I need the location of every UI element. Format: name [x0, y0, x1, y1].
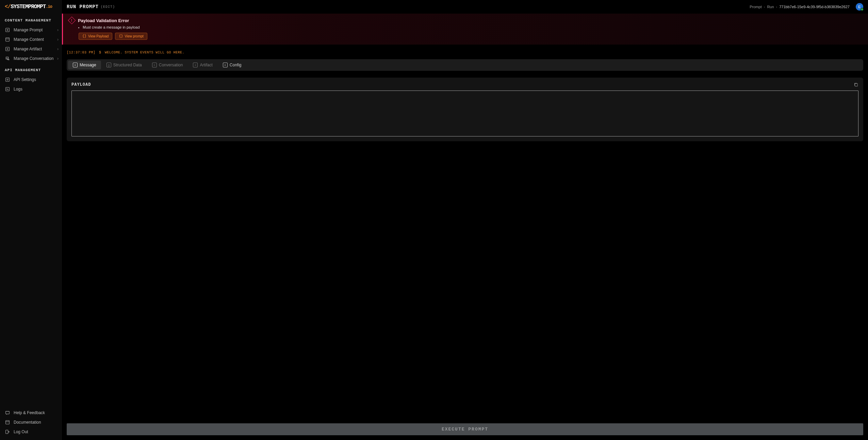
tab-label: Conversation — [159, 63, 183, 67]
conversation-icon: ≡ — [152, 63, 157, 67]
payload-title: PAYLOAD — [71, 82, 91, 87]
svg-point-4 — [7, 79, 8, 80]
copy-icon[interactable] — [854, 82, 858, 87]
sidebar-item-label: Manage Prompt — [14, 28, 43, 32]
content-area: [12:37:03 PM] $ WELCOME. SYSTEM EVENTS W… — [62, 45, 868, 423]
help-icon — [5, 410, 10, 415]
sidebar-item-manage-prompt[interactable]: Manage Prompt › — [0, 25, 62, 35]
error-list: Must create a message in payload — [83, 25, 862, 29]
sidebar-item-logs[interactable]: Logs — [0, 84, 62, 94]
message-tab-icon: ≡ — [73, 63, 78, 67]
avatar[interactable]: E — [856, 3, 863, 11]
view-prompt-button[interactable]: {} View prompt — [115, 33, 147, 40]
brand-suffix: .io — [46, 4, 52, 9]
config-icon: ≡ — [223, 63, 228, 67]
logout-icon — [5, 429, 10, 435]
add-square-icon — [5, 27, 10, 33]
execute-prompt-button[interactable]: EXECUTE PROMPT — [67, 423, 863, 435]
chevron-right-icon: › — [57, 56, 59, 61]
event-dollar: $ — [99, 51, 101, 54]
settings-icon — [5, 77, 10, 82]
tab-label: Config — [230, 63, 242, 67]
svg-rect-7 — [6, 421, 10, 424]
svg-rect-1 — [6, 38, 10, 42]
sidebar-item-help[interactable]: Help & Feedback — [0, 408, 62, 418]
sidebar-item-label: Log Out — [14, 429, 28, 434]
sidebar-item-manage-artifact[interactable]: Manage Artifact › — [0, 44, 62, 54]
event-timestamp: [12:37:03 PM] — [67, 51, 96, 54]
tab-label: Structured Data — [113, 63, 142, 67]
event-message: WELCOME. SYSTEM EVENTS WILL GO HERE. — [105, 51, 184, 54]
main-column: RUN PROMPT (EDIT) Prompt › Run › 771bb7e… — [62, 0, 868, 440]
tabs: ≡ Message {} Structured Data ≡ Conversat… — [67, 59, 863, 71]
brand-prefix: </ — [5, 4, 11, 10]
brand-name: SYSTEMPROMPT — [11, 4, 46, 10]
app-root: </ SYSTEMPROMPT .io CONTENT MANAGEMENT M… — [0, 0, 868, 440]
breadcrumb-seg-0[interactable]: Prompt — [750, 5, 761, 9]
sidebar-item-label: Manage Conversation — [14, 56, 53, 61]
chevron-right-icon: › — [57, 47, 59, 51]
button-label: View prompt — [125, 34, 143, 38]
chevron-right-icon: › — [57, 37, 59, 42]
tab-label: Artifact — [200, 63, 212, 67]
chevron-right-icon: › — [57, 28, 59, 32]
tab-message[interactable]: ≡ Message — [68, 61, 101, 69]
svg-rect-9 — [855, 84, 858, 86]
chevron-right-icon: › — [776, 5, 777, 9]
content-icon — [5, 37, 10, 42]
svg-rect-8 — [6, 430, 8, 434]
breadcrumb-seg-2: 771bb7e6-15e9-4c39-9f5d-b383839e2627 — [779, 5, 850, 9]
sidebar-item-label: Documentation — [14, 420, 41, 425]
topbar: RUN PROMPT (EDIT) Prompt › Run › 771bb7e… — [62, 0, 868, 14]
sidebar-item-label: Manage Content — [14, 37, 44, 42]
svg-rect-6 — [6, 411, 10, 414]
logs-icon — [5, 86, 10, 92]
chevron-right-icon: › — [764, 5, 765, 9]
view-payload-button[interactable]: {} View Payload — [79, 33, 112, 40]
payload-editor[interactable] — [71, 91, 858, 136]
error-banner: ! Payload Validation Error Must create a… — [62, 14, 868, 45]
error-title: Payload Validation Error — [78, 18, 129, 23]
add-square-icon — [5, 46, 10, 52]
artifact-icon: ≡ — [193, 63, 198, 67]
tab-config[interactable]: ≡ Config — [218, 61, 246, 69]
avatar-initial: E — [858, 5, 861, 9]
sidebar-section-api-management: API MANAGEMENT — [0, 63, 62, 75]
error-header: ! Payload Validation Error — [69, 18, 862, 23]
execute-label: EXECUTE PROMPT — [442, 427, 488, 432]
button-label: View Payload — [88, 34, 109, 38]
tab-artifact[interactable]: ≡ Artifact — [188, 61, 217, 69]
svg-rect-5 — [6, 87, 10, 91]
braces-icon: {} — [82, 34, 86, 38]
tab-structured-data[interactable]: {} Structured Data — [102, 61, 147, 69]
sidebar-item-label: Manage Artifact — [14, 47, 42, 51]
sidebar-item-api-settings[interactable]: API Settings — [0, 75, 62, 84]
edit-link[interactable]: (EDIT) — [101, 5, 115, 9]
sidebar-item-manage-content[interactable]: Manage Content › — [0, 35, 62, 44]
sidebar: </ SYSTEMPROMPT .io CONTENT MANAGEMENT M… — [0, 0, 62, 440]
sidebar-item-label: API Settings — [14, 77, 36, 82]
sidebar-item-logout[interactable]: Log Out — [0, 427, 62, 437]
event-log: [12:37:03 PM] $ WELCOME. SYSTEM EVENTS W… — [67, 51, 863, 54]
svg-rect-3 — [6, 78, 10, 82]
error-diamond-icon: ! — [68, 17, 76, 25]
sidebar-item-label: Help & Feedback — [14, 410, 45, 415]
page-title: RUN PROMPT — [67, 4, 99, 10]
sidebar-item-documentation[interactable]: Documentation — [0, 418, 62, 427]
braces-icon: {} — [119, 34, 123, 38]
breadcrumb: Prompt › Run › 771bb7e6-15e9-4c39-9f5d-b… — [748, 5, 851, 9]
sidebar-section-content-management: CONTENT MANAGEMENT — [0, 14, 62, 25]
sidebar-item-manage-conversation[interactable]: Manage Conversation › — [0, 54, 62, 63]
error-item: Must create a message in payload — [83, 25, 862, 29]
payload-section: PAYLOAD — [67, 78, 863, 141]
structured-icon: {} — [107, 63, 111, 67]
error-actions: {} View Payload {} View prompt — [79, 33, 862, 40]
brand-logo[interactable]: </ SYSTEMPROMPT .io — [0, 0, 62, 14]
tab-conversation[interactable]: ≡ Conversation — [147, 61, 188, 69]
tab-label: Message — [80, 63, 96, 67]
breadcrumb-seg-1[interactable]: Run — [767, 5, 774, 9]
document-icon — [5, 420, 10, 425]
conversation-icon — [5, 56, 10, 61]
sidebar-item-label: Logs — [14, 87, 22, 92]
